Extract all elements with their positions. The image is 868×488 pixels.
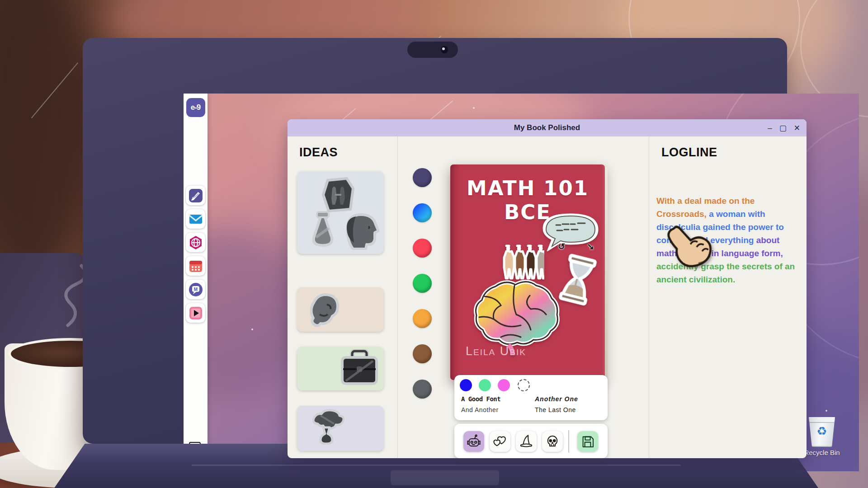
messenger-app-icon[interactable]: M	[186, 280, 205, 299]
robot-icon	[466, 434, 481, 449]
browser-app-icon[interactable]	[186, 233, 205, 252]
briefcase-sticker	[339, 349, 380, 388]
save-floppy-icon	[580, 434, 595, 449]
skull-icon	[545, 434, 560, 449]
font-option-3[interactable]: And Another	[461, 406, 499, 413]
cover-color-brown[interactable]	[413, 344, 432, 363]
app-window: My Book Polished – ▢ ✕ IDEAS	[288, 119, 807, 458]
robot-category-button[interactable]	[463, 431, 484, 452]
title-color-green[interactable]	[479, 379, 491, 391]
ideas-panel: IDEAS	[288, 136, 397, 458]
font-option-4[interactable]: The Last One	[535, 406, 576, 413]
sticker-toolbar	[454, 424, 608, 458]
witch-hat-category-button[interactable]	[516, 431, 537, 452]
book-cover[interactable]: MATH 101 BCE ↺ ↘	[450, 164, 605, 380]
window-titlebar[interactable]: My Book Polished – ▢ ✕	[288, 119, 807, 136]
title-color-magenta[interactable]	[498, 379, 510, 391]
cafe-scene: e-9 M	[0, 0, 868, 488]
cover-author[interactable]: Leila Ubik	[466, 344, 526, 358]
font-option-2[interactable]: Another One	[535, 395, 578, 403]
minimize-button[interactable]: –	[768, 124, 772, 132]
potion-flask-sticker	[304, 211, 341, 250]
close-button[interactable]: ✕	[794, 124, 800, 132]
cover-color-gray[interactable]	[413, 380, 432, 399]
rainbow-brain-sticker[interactable]	[467, 278, 564, 355]
cover-color-orange[interactable]	[413, 309, 432, 328]
laptop-bezel: e-9 M	[83, 38, 787, 444]
font-option-1[interactable]: A Good Font	[461, 395, 500, 403]
skull-category-button[interactable]	[542, 431, 563, 452]
cover-color-red[interactable]	[413, 239, 432, 258]
calendar-app-icon[interactable]	[186, 256, 205, 276]
fetus-sticker	[306, 291, 343, 328]
idea-card-fetus[interactable]	[297, 287, 384, 332]
cover-color-navy[interactable]	[413, 168, 432, 187]
mushroom-cloud-sticker	[307, 408, 348, 449]
writing-app-icon[interactable]	[186, 186, 205, 205]
handshake-deal-sticker	[319, 177, 357, 215]
trackpad	[391, 470, 499, 485]
toolbar-divider	[568, 430, 569, 453]
wallpaper-sparkle	[251, 328, 253, 330]
mail-app-icon[interactable]	[186, 209, 205, 229]
wallpaper-sparkle	[473, 107, 475, 109]
wallpaper-sparkle	[826, 410, 827, 412]
video-app-icon[interactable]	[186, 303, 205, 323]
panel-divider	[397, 136, 398, 458]
title-style-panel: A Good Font Another One And Another The …	[454, 375, 608, 420]
people-row-sticker[interactable]	[501, 240, 544, 280]
cover-color-blue[interactable]	[413, 203, 432, 222]
window-title: My Book Polished	[514, 123, 580, 132]
svg-text:M: M	[193, 286, 197, 291]
sticker-rotate-control[interactable]: ↺	[558, 241, 565, 252]
maximize-button[interactable]: ▢	[779, 124, 787, 132]
book-pages-edge	[605, 167, 608, 377]
woman-profile-sticker	[340, 210, 379, 250]
sticker-resize-control[interactable]: ↘	[587, 241, 594, 252]
keyboard-edge	[192, 465, 681, 466]
title-color-white-selected[interactable]	[518, 379, 530, 391]
hearts-category-button[interactable]	[490, 431, 510, 452]
os-logo[interactable]: e-9	[186, 98, 205, 117]
idea-card-mushroom-cloud[interactable]	[297, 406, 384, 451]
idea-card-briefcase[interactable]	[297, 347, 384, 390]
cover-color-green[interactable]	[413, 274, 432, 293]
hearts-icon	[492, 434, 508, 449]
webcam-lens-icon	[441, 46, 448, 53]
webcam-notch	[407, 42, 458, 58]
bg-blob	[0, 0, 90, 280]
logline-panel: LOGLINE With a deal made on the Crossroa…	[649, 136, 807, 458]
taskbar: e-9 M	[184, 94, 208, 471]
recycle-bin-icon[interactable]: ♻	[809, 417, 835, 447]
logline-heading: LOGLINE	[661, 145, 717, 160]
idea-card-deal-potion-woman[interactable]	[297, 171, 384, 254]
laptop-screen: e-9 M	[184, 94, 859, 471]
save-button[interactable]	[577, 431, 598, 452]
ideas-heading: IDEAS	[299, 145, 338, 160]
witch-hat-icon	[519, 434, 534, 449]
title-color-blue[interactable]	[460, 379, 472, 391]
